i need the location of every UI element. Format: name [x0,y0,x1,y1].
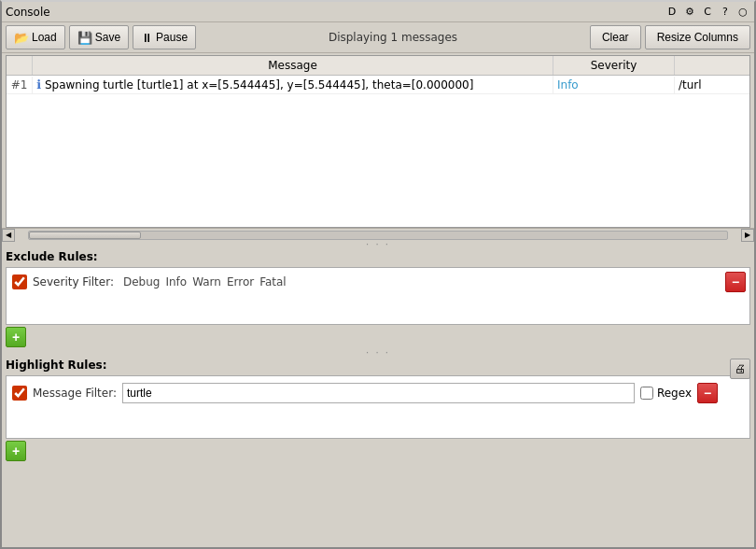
highlight-add-button[interactable]: + [6,441,26,461]
clear-button[interactable]: Clear [590,25,641,49]
exclude-remove-button[interactable]: − [725,272,746,292]
table-header: Message Severity [7,56,749,76]
exclude-rules-inner: Severity Filter: Debug Info Warn Error F… [10,272,720,320]
horizontal-scrollbar[interactable]: ◀ ▶ [2,228,754,241]
highlight-rules-inner: Message Filter: Regex − [10,380,720,434]
exclude-add-button[interactable]: + [6,327,26,347]
load-label: Load [32,31,57,44]
row-severity: Info [553,77,675,93]
col-header-node [675,56,749,75]
table-body: #1 ℹ Spawning turtle [turtle1] at x=[5.5… [7,76,749,94]
titlebar-icons: D ⚙ C ? ○ [665,5,750,20]
highlight-rules-box: Message Filter: Regex − 🖨 [6,375,750,439]
clear-label: Clear [602,31,629,44]
titlebar-icon-d[interactable]: D [665,5,679,20]
regex-label-text: Regex [657,387,692,400]
save-label: Save [95,31,120,44]
toolbar: 📂 Load 💾 Save ⏸ Pause Displaying 1 messa… [2,22,754,53]
highlight-message-label: Message Filter: [33,387,117,400]
exclude-rule-row: Severity Filter: Debug Info Warn Error F… [10,272,720,292]
severity-fatal: Fatal [259,275,287,289]
titlebar: Console D ⚙ C ? ○ [2,2,754,22]
printer-button[interactable]: 🖨 [730,359,750,379]
scroll-left-arrow[interactable]: ◀ [2,229,15,242]
window-title: Console [6,6,50,19]
pause-label: Pause [156,31,188,44]
printer-icon: 🖨 [735,362,746,375]
exclude-severity-label: Severity Filter: [33,275,114,289]
info-icon: ℹ [36,77,41,92]
load-button[interactable]: 📂 Load [6,25,65,49]
row-message-text: Spawning turtle [turtle1] at x=[5.544445… [45,78,473,92]
highlight-right-buttons: 🖨 [730,359,750,379]
row-node: /turl [675,77,749,93]
titlebar-icon-close[interactable]: ○ [735,5,750,20]
save-button[interactable]: 💾 Save [69,25,129,49]
highlight-add-area: + [6,441,750,461]
titlebar-icon-c[interactable]: C [700,5,715,20]
exclude-rules-box: Severity Filter: Debug Info Warn Error F… [6,267,750,325]
scroll-right-arrow[interactable]: ▶ [741,229,754,242]
highlight-rule-row: Message Filter: Regex − [10,380,720,406]
scroll-thumb[interactable] [29,232,141,239]
console-window: Console D ⚙ C ? ○ 📂 Load 💾 Save ⏸ Pause … [0,0,756,549]
row-message: ℹ Spawning turtle [turtle1] at x=[5.5444… [33,76,553,93]
row-num: #1 [7,77,33,93]
titlebar-icon-help[interactable]: ? [718,5,733,20]
titlebar-icon-gear[interactable]: ⚙ [682,5,697,20]
col-header-message: Message [33,56,553,75]
minus-icon: − [732,274,739,289]
plus-icon-2: + [12,443,20,458]
severity-debug: Debug [123,275,160,289]
highlight-rules-title: Highlight Rules: [6,359,750,372]
scroll-track[interactable] [28,231,728,240]
severity-warn: Warn [192,275,221,289]
highlight-rules-section: Highlight Rules: Message Filter: Regex − [2,355,754,547]
col-header-num [7,56,33,75]
col-header-severity: Severity [553,56,675,75]
severity-error: Error [227,275,254,289]
exclude-rules-section: Exclude Rules: Severity Filter: Debug In… [2,246,754,349]
save-icon: 💾 [77,31,92,45]
resize-columns-button[interactable]: Resize Columns [645,25,750,49]
status-text: Displaying 1 messages [200,31,586,44]
resize-label: Resize Columns [657,31,738,44]
exclude-empty-row [10,292,720,320]
highlight-remove-button[interactable]: − [697,383,718,403]
highlight-message-checkbox[interactable] [12,386,27,401]
minus-icon-2: − [704,386,711,401]
severity-tags: Debug Info Warn Error Fatal [119,275,718,289]
exclude-rules-title: Exclude Rules: [6,250,750,263]
load-icon: 📂 [14,31,29,45]
regex-label-container: Regex [640,387,692,400]
exclude-severity-checkbox[interactable] [12,274,27,289]
table-container: Message Severity #1 ℹ Spawning turtle [t… [6,55,750,228]
pause-icon: ⏸ [141,31,153,45]
table-row[interactable]: #1 ℹ Spawning turtle [turtle1] at x=[5.5… [7,76,749,94]
regex-checkbox[interactable] [640,387,653,400]
plus-icon: + [12,330,20,345]
highlight-empty-row [10,406,720,434]
pause-button[interactable]: ⏸ Pause [133,25,196,49]
highlight-message-input[interactable] [122,383,635,403]
exclude-add-area: + [6,327,750,347]
exclude-rule-actions: − [725,272,746,292]
severity-info: Info [165,275,187,289]
